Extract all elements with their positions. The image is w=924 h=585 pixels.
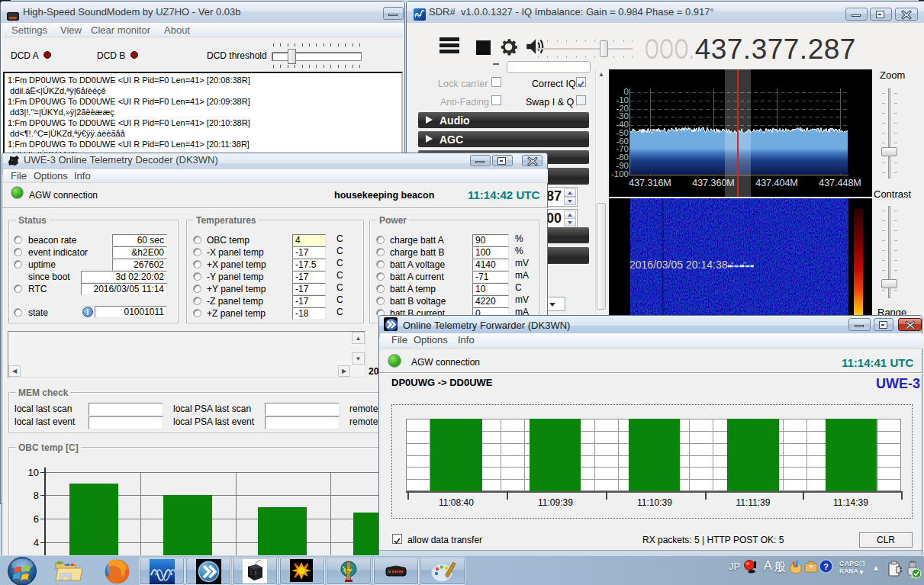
- svg-text:?: ?: [823, 562, 829, 571]
